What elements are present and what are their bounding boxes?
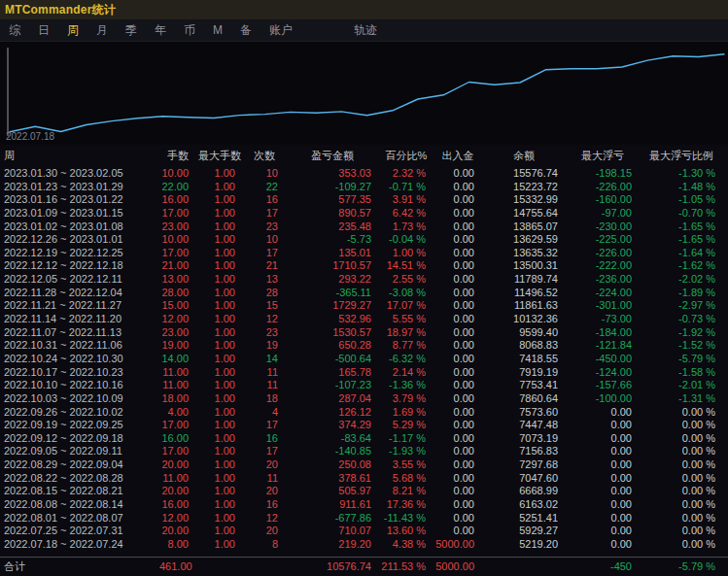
table-row[interactable]: 2022.09.12 ~ 2022.09.1816.001.0016-83.64…	[0, 432, 728, 446]
cell-pl: -140.85	[286, 445, 379, 458]
cell-inout: 0.00	[433, 366, 482, 380]
column-header-3[interactable]: 次数	[243, 145, 286, 167]
table-row[interactable]: 2022.09.05 ~ 2022.09.1117.001.0017-140.8…	[0, 445, 728, 458]
cell-lots: 4.00	[159, 406, 196, 420]
menu-item-综[interactable]: 综	[3, 22, 26, 39]
cell-lots: 28.00	[159, 287, 196, 300]
table-row[interactable]: 2022.10.03 ~ 2022.10.0918.001.0018287.04…	[0, 392, 728, 406]
table-row[interactable]: 2022.08.15 ~ 2022.08.2120.001.0020505.97…	[0, 485, 728, 498]
column-header-4[interactable]: 盈亏金额	[286, 145, 379, 167]
cell-balance: 5929.27	[482, 525, 566, 538]
cell-balance: 6668.99	[482, 485, 566, 498]
table-row[interactable]: 2022.10.31 ~ 2022.11.0619.001.0019650.28…	[0, 339, 728, 353]
table-row[interactable]: 2022.08.29 ~ 2022.09.0420.001.0020250.08…	[0, 458, 728, 472]
column-header-1[interactable]: 手数	[159, 145, 196, 167]
table-row[interactable]: 2022.12.12 ~ 2022.12.1821.001.00211710.5…	[0, 259, 728, 273]
cell-lots: 16.00	[159, 432, 196, 446]
table-row[interactable]: 2022.12.26 ~ 2023.01.0110.001.0010-5.73-…	[0, 233, 728, 247]
cell-lots: 20.00	[159, 485, 196, 498]
cell-max_float_pct: -0.70 %	[640, 207, 723, 220]
menu-item-币[interactable]: 币	[178, 22, 201, 39]
table-row[interactable]: 2022.07.18 ~ 2022.07.248.001.008219.204.…	[0, 538, 728, 552]
table-row[interactable]: 2023.01.30 ~ 2023.02.0510.001.0010353.03…	[0, 167, 728, 181]
table-row[interactable]: 2022.11.21 ~ 2022.11.2715.001.00151729.2…	[0, 299, 728, 313]
table-row[interactable]: 2023.01.16 ~ 2023.01.2216.001.0016577.35…	[0, 193, 728, 207]
cell-max_float_pct: 0.00 %	[640, 445, 723, 458]
cell-max_float_pct: -1.89 %	[640, 287, 723, 300]
cell-inout: 0.00	[433, 259, 482, 273]
cell-inout: 0.00	[433, 339, 482, 353]
table-row[interactable]: 2022.12.19 ~ 2022.12.2517.001.0017135.01…	[0, 247, 728, 260]
table-row[interactable]: 2022.11.28 ~ 2022.12.0428.001.0028-365.1…	[0, 287, 728, 300]
cell-pct: 17.07 %	[379, 299, 433, 313]
cell-pl: 1710.57	[286, 259, 379, 273]
menu-item-账户[interactable]: 账户	[263, 22, 298, 39]
column-header-6[interactable]: 出入金	[433, 145, 482, 167]
table-row[interactable]: 2022.10.17 ~ 2022.10.2311.001.0011165.78…	[0, 366, 728, 380]
cell-balance: 7919.19	[482, 366, 566, 380]
column-header-8[interactable]: 最大浮亏	[566, 145, 640, 167]
cell-inout: 0.00	[433, 167, 482, 181]
table-row[interactable]: 2022.08.22 ~ 2022.08.2811.001.0011378.61…	[0, 472, 728, 486]
column-header-0[interactable]: 周	[0, 145, 159, 167]
cell-period: 2023.01.30 ~ 2023.02.05	[0, 167, 159, 181]
cell-lots: 12.00	[159, 512, 196, 525]
table-row[interactable]: 2022.08.01 ~ 2022.08.0712.001.0012-677.8…	[0, 512, 728, 525]
table-row[interactable]: 2022.09.19 ~ 2022.09.2517.001.0017374.29…	[0, 419, 728, 432]
cell-period: 2022.11.21 ~ 2022.11.27	[0, 299, 159, 313]
menu-item-周[interactable]: 周	[61, 22, 85, 39]
cell-balance: 5251.41	[482, 512, 566, 525]
stats-table: 周手数最大手数次数盈亏金额百分比%出入金余额最大浮亏最大浮亏比例 2023.01…	[0, 145, 728, 575]
table-row[interactable]: 2022.07.25 ~ 2022.07.3120.001.0020710.07…	[0, 525, 728, 538]
cell-max_float_pct: -1.58 %	[640, 366, 723, 380]
column-header-2[interactable]: 最大手数	[196, 145, 243, 167]
cell-balance: 7156.83	[482, 445, 566, 458]
table-row[interactable]: 2022.09.26 ~ 2022.10.024.001.004126.121.…	[0, 406, 728, 420]
cell-period: 2022.11.14 ~ 2022.11.20	[0, 313, 159, 326]
menu-item-备[interactable]: 备	[234, 22, 258, 39]
cell-lots: 23.00	[159, 220, 196, 234]
cell-pl: -365.11	[286, 287, 379, 300]
cell-max_lots: 1.00	[196, 339, 243, 353]
menu-item-季[interactable]: 季	[120, 22, 143, 39]
cell-pct: 8.77 %	[379, 339, 433, 353]
cell-max_float_pct: -1.65 %	[640, 233, 723, 247]
cell-max_float: 0.00	[566, 485, 640, 498]
menu-item-M[interactable]: M	[207, 23, 228, 37]
table-row[interactable]: 2022.11.14 ~ 2022.11.2012.001.0012532.96…	[0, 313, 728, 326]
cell-max_float: -97.00	[566, 207, 640, 220]
cell-count: 17	[243, 445, 286, 458]
cell-count: 28	[243, 287, 286, 300]
cell-lots: 11.00	[159, 366, 196, 380]
table-row[interactable]: 2022.11.07 ~ 2022.11.1323.001.00231530.5…	[0, 326, 728, 340]
cell-period: 2022.07.25 ~ 2022.07.31	[0, 525, 159, 538]
cell-balance: 6163.02	[482, 498, 566, 512]
table-row[interactable]: 2023.01.02 ~ 2023.01.0823.001.0023235.48…	[0, 220, 728, 234]
table-row[interactable]: 2022.12.05 ~ 2022.12.1113.001.0013293.22…	[0, 273, 728, 287]
cell-balance: 13500.31	[482, 259, 566, 273]
menu-item-日[interactable]: 日	[32, 22, 55, 39]
table-row[interactable]: 2023.01.23 ~ 2023.01.2922.001.0022-109.2…	[0, 181, 728, 194]
column-header-7[interactable]: 余额	[482, 145, 566, 167]
cell-pl: -83.64	[286, 432, 379, 446]
table-row[interactable]: 2023.01.09 ~ 2023.01.1517.001.0017890.57…	[0, 207, 728, 220]
table-row[interactable]: 2022.10.24 ~ 2022.10.3014.001.0014-500.6…	[0, 353, 728, 366]
cell-period: 2022.11.07 ~ 2022.11.13	[0, 326, 159, 340]
cell-pct: 18.97 %	[379, 326, 433, 340]
cell-count: 16	[243, 193, 286, 207]
cell-pct: -1.36 %	[379, 379, 433, 392]
cell-pct: -6.32 %	[379, 353, 433, 366]
cell-period: 2022.08.15 ~ 2022.08.21	[0, 485, 159, 498]
table-row[interactable]: 2022.08.08 ~ 2022.08.1416.001.0016911.61…	[0, 498, 728, 512]
column-header-9[interactable]: 最大浮亏比例	[640, 145, 723, 167]
cell-max_lots: 1.00	[196, 259, 243, 273]
table-row[interactable]: 2022.10.10 ~ 2022.10.1611.001.0011-107.2…	[0, 379, 728, 392]
cell-lots: 15.00	[159, 299, 196, 313]
cell-max_lots: 1.00	[196, 512, 243, 525]
cell-max_lots: 1.00	[196, 525, 243, 538]
column-header-5[interactable]: 百分比%	[379, 145, 433, 167]
menu-item-轨迹[interactable]: 轨迹	[348, 22, 383, 39]
menu-item-月[interactable]: 月	[90, 22, 114, 39]
menu-item-年[interactable]: 年	[149, 22, 172, 39]
cell-balance: 7447.48	[482, 419, 566, 432]
